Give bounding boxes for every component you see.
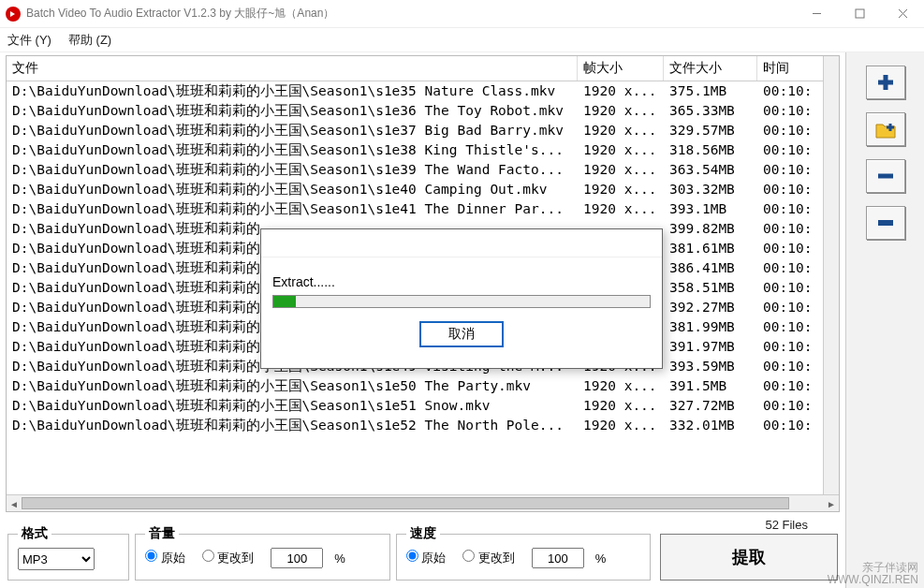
format-select[interactable]: MP3 bbox=[18, 548, 95, 570]
volume-original-radio[interactable] bbox=[145, 550, 157, 562]
add-folder-button[interactable] bbox=[866, 112, 905, 146]
cell-frame: 1920 x... bbox=[578, 199, 664, 219]
cell-size: 363.54MB bbox=[664, 160, 757, 180]
table-row[interactable]: D:\BaiduYunDownload\班班和莉莉的小王国\Season1\s1… bbox=[7, 199, 839, 219]
cell-file: D:\BaiduYunDownload\班班和莉莉的小王国\Season1\s1… bbox=[7, 101, 578, 121]
speed-original[interactable]: 原始 bbox=[406, 550, 447, 566]
cell-frame: 1920 x... bbox=[578, 160, 664, 180]
format-group: 格式 MP3 bbox=[7, 534, 129, 581]
minimize-button[interactable] bbox=[795, 0, 838, 28]
cell-frame: 1920 x... bbox=[578, 376, 664, 396]
cell-size: 391.5MB bbox=[664, 376, 757, 396]
cell-frame: 1920 x... bbox=[578, 140, 664, 160]
cell-size: 358.51MB bbox=[664, 278, 757, 298]
side-toolbar bbox=[845, 52, 924, 588]
cell-file: D:\BaiduYunDownload\班班和莉莉的小王国\Season1\s1… bbox=[7, 121, 578, 140]
cell-frame: 1920 x... bbox=[578, 396, 664, 416]
menu-help[interactable]: 帮助 (Z) bbox=[68, 32, 111, 49]
horizontal-scrollbar[interactable]: ◄ ► bbox=[7, 494, 839, 511]
volume-change[interactable]: 更改到 bbox=[202, 550, 255, 566]
cell-size: 393.1MB bbox=[664, 199, 757, 219]
cell-frame: 1920 x... bbox=[578, 416, 664, 435]
cell-file: D:\BaiduYunDownload\班班和莉莉的小王国\Season1\s1… bbox=[7, 199, 578, 219]
scroll-thumb[interactable] bbox=[22, 497, 789, 509]
speed-change[interactable]: 更改到 bbox=[462, 550, 515, 566]
table-row[interactable]: D:\BaiduYunDownload\班班和莉莉的小王国\Season1\s1… bbox=[7, 101, 839, 121]
cell-size: 365.33MB bbox=[664, 101, 757, 121]
close-button[interactable] bbox=[881, 0, 924, 28]
list-header: 文件 帧大小 文件大小 时间 bbox=[7, 56, 839, 81]
volume-legend: 音量 bbox=[145, 525, 179, 542]
table-row[interactable]: D:\BaiduYunDownload\班班和莉莉的小王国\Season1\s1… bbox=[7, 180, 839, 199]
window-title: Batch Video To Audio Extractor V1.2.3 by… bbox=[26, 6, 334, 22]
table-row[interactable]: D:\BaiduYunDownload\班班和莉莉的小王国\Season1\s1… bbox=[7, 396, 839, 416]
cell-size: 399.82MB bbox=[664, 219, 757, 239]
cell-size: 392.27MB bbox=[664, 298, 757, 317]
cell-file: D:\BaiduYunDownload\班班和莉莉的小王国\Season1\s1… bbox=[7, 160, 578, 180]
table-row[interactable]: D:\BaiduYunDownload\班班和莉莉的小王国\Season1\s1… bbox=[7, 121, 839, 140]
remove-button[interactable] bbox=[866, 159, 905, 193]
maximize-button[interactable] bbox=[838, 0, 881, 28]
progress-fill bbox=[273, 296, 296, 307]
cell-size: 381.61MB bbox=[664, 239, 757, 258]
speed-legend: 速度 bbox=[406, 525, 440, 542]
table-row[interactable]: D:\BaiduYunDownload\班班和莉莉的小王国\Season1\s1… bbox=[7, 160, 839, 180]
cell-frame: 1920 x... bbox=[578, 81, 664, 101]
scroll-right-icon[interactable]: ► bbox=[824, 495, 839, 512]
speed-group: 速度 原始 更改到 % bbox=[396, 534, 652, 581]
volume-change-radio[interactable] bbox=[202, 550, 214, 562]
scroll-left-icon[interactable]: ◄ bbox=[7, 495, 22, 512]
cell-size: 393.59MB bbox=[664, 357, 757, 376]
table-row[interactable]: D:\BaiduYunDownload\班班和莉莉的小王国\Season1\s1… bbox=[7, 376, 839, 396]
cell-size: 329.57MB bbox=[664, 121, 757, 140]
volume-original[interactable]: 原始 bbox=[145, 550, 185, 566]
extract-dialog: Extract...... 取消 bbox=[260, 228, 663, 369]
col-size[interactable]: 文件大小 bbox=[664, 56, 757, 81]
extract-button[interactable]: 提取 bbox=[660, 534, 838, 581]
volume-value[interactable] bbox=[271, 548, 323, 568]
cell-size: 391.97MB bbox=[664, 337, 757, 357]
cell-frame: 1920 x... bbox=[578, 101, 664, 121]
cell-file: D:\BaiduYunDownload\班班和莉莉的小王国\Season1\s1… bbox=[7, 376, 578, 396]
cancel-button[interactable]: 取消 bbox=[419, 321, 504, 347]
clear-button[interactable] bbox=[866, 206, 905, 240]
dialog-titlebar bbox=[261, 229, 662, 257]
cell-file: D:\BaiduYunDownload\班班和莉莉的小王国\Season1\s1… bbox=[7, 81, 578, 101]
progress-bar bbox=[272, 295, 651, 308]
menu-bar: 文件 (Y) 帮助 (Z) bbox=[0, 28, 924, 52]
volume-group: 音量 原始 更改到 % bbox=[135, 534, 390, 581]
cell-size: 327.72MB bbox=[664, 396, 757, 416]
svg-rect-1 bbox=[856, 9, 864, 18]
cell-size: 318.56MB bbox=[664, 140, 757, 160]
volume-suffix: % bbox=[334, 551, 345, 566]
cell-size: 332.01MB bbox=[664, 416, 757, 435]
cell-size: 303.32MB bbox=[664, 180, 757, 199]
menu-file[interactable]: 文件 (Y) bbox=[7, 32, 51, 49]
table-row[interactable]: D:\BaiduYunDownload\班班和莉莉的小王国\Season1\s1… bbox=[7, 416, 839, 435]
cell-file: D:\BaiduYunDownload\班班和莉莉的小王国\Season1\s1… bbox=[7, 140, 578, 160]
speed-original-radio[interactable] bbox=[406, 550, 418, 562]
vertical-scrollbar[interactable] bbox=[823, 56, 839, 494]
cell-size: 386.41MB bbox=[664, 258, 757, 278]
app-icon bbox=[6, 7, 21, 22]
cell-frame: 1920 x... bbox=[578, 121, 664, 140]
col-frame[interactable]: 帧大小 bbox=[578, 56, 664, 81]
add-file-button[interactable] bbox=[866, 66, 905, 99]
speed-value[interactable] bbox=[532, 548, 584, 568]
cell-size: 375.1MB bbox=[664, 81, 757, 101]
dialog-label: Extract...... bbox=[261, 257, 662, 295]
table-row[interactable]: D:\BaiduYunDownload\班班和莉莉的小王国\Season1\s1… bbox=[7, 140, 839, 160]
cell-size: 381.99MB bbox=[664, 317, 757, 337]
format-legend: 格式 bbox=[18, 525, 51, 542]
cell-file: D:\BaiduYunDownload\班班和莉莉的小王国\Season1\s1… bbox=[7, 416, 578, 435]
table-row[interactable]: D:\BaiduYunDownload\班班和莉莉的小王国\Season1\s1… bbox=[7, 81, 839, 101]
svg-rect-9 bbox=[878, 220, 893, 226]
cell-file: D:\BaiduYunDownload\班班和莉莉的小王国\Season1\s1… bbox=[7, 396, 578, 416]
cell-frame: 1920 x... bbox=[578, 180, 664, 199]
col-file[interactable]: 文件 bbox=[7, 56, 578, 81]
cell-file: D:\BaiduYunDownload\班班和莉莉的小王国\Season1\s1… bbox=[7, 180, 578, 199]
title-bar: Batch Video To Audio Extractor V1.2.3 by… bbox=[0, 0, 924, 28]
speed-change-radio[interactable] bbox=[462, 550, 475, 562]
speed-suffix: % bbox=[595, 551, 607, 566]
